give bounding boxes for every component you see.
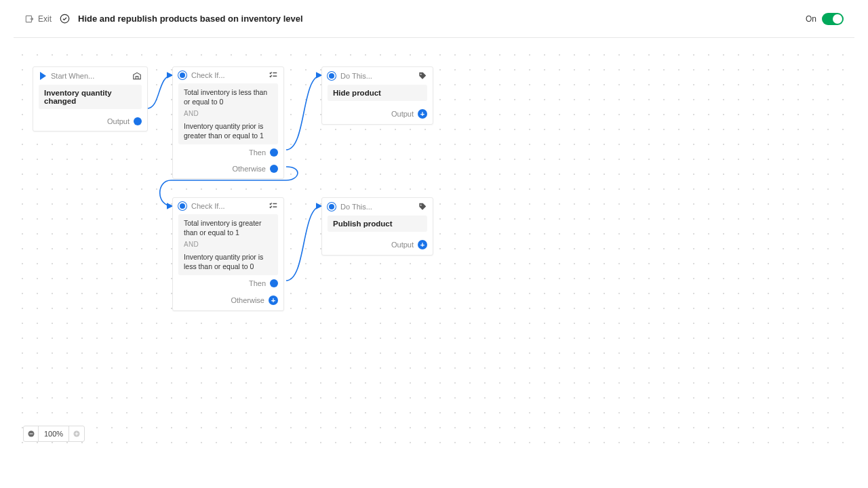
- otherwise-footer: Otherwise: [173, 162, 283, 178]
- checklist-icon: [269, 71, 278, 79]
- output-port[interactable]: [134, 117, 142, 125]
- svg-point-3: [420, 205, 422, 206]
- header: Exit Hide and republish products based o…: [0, 0, 868, 37]
- inventory-icon: [132, 71, 142, 81]
- otherwise-label: Otherwise: [232, 165, 266, 173]
- header-divider: [14, 37, 854, 38]
- zoom-controls: 100%: [23, 426, 85, 442]
- workflow-canvas[interactable]: Start When... Inventory quantity changed…: [15, 47, 853, 454]
- card-type-label: Check If...: [191, 71, 225, 79]
- otherwise-footer: Otherwise +: [173, 293, 283, 310]
- exit-icon: [24, 14, 34, 24]
- condition-box: Total inventory is greater than or equal…: [178, 214, 278, 275]
- header-left: Exit Hide and republish products based o…: [24, 14, 303, 24]
- zoom-level: 100%: [39, 426, 69, 441]
- card-type-label: Start When...: [51, 72, 94, 80]
- then-label: Then: [249, 148, 266, 157]
- action-title: Publish product: [328, 216, 427, 232]
- status-check-icon: [60, 14, 70, 24]
- otherwise-port[interactable]: [270, 165, 278, 173]
- output-label: Output: [107, 117, 130, 125]
- card-header: Start When...: [33, 67, 147, 85]
- workflow-title: Hide and republish products based on inv…: [78, 14, 303, 24]
- add-output-button[interactable]: +: [418, 240, 427, 249]
- input-port[interactable]: [328, 203, 336, 211]
- input-port[interactable]: [178, 71, 186, 79]
- check-card-1[interactable]: Check If... Total inventory is less than…: [172, 66, 284, 179]
- card-header: Check If...: [173, 67, 283, 83]
- output-label: Output: [391, 110, 414, 118]
- then-footer: Then: [173, 277, 283, 293]
- then-port[interactable]: [270, 148, 278, 157]
- exit-label: Exit: [38, 14, 52, 24]
- zoom-in-button[interactable]: [69, 426, 84, 441]
- card-footer: Output +: [322, 237, 433, 255]
- exit-button[interactable]: Exit: [24, 14, 52, 24]
- action-title: Hide product: [328, 85, 427, 101]
- card-footer: Output: [33, 115, 147, 131]
- card-type-label: Do This...: [340, 203, 372, 211]
- then-label: Then: [249, 279, 266, 287]
- card-header: Check If...: [173, 198, 283, 214]
- add-output-button[interactable]: +: [418, 109, 427, 119]
- condition-text: Total inventory is greater than or equal…: [184, 218, 273, 237]
- otherwise-label: Otherwise: [231, 296, 264, 304]
- zoom-out-button[interactable]: [24, 426, 39, 441]
- trigger-card[interactable]: Start When... Inventory quantity changed…: [33, 66, 148, 131]
- add-otherwise-button[interactable]: +: [269, 296, 278, 305]
- condition-text: Inventory quantity prior is greater than…: [184, 121, 273, 140]
- workflow-toggle[interactable]: [822, 13, 844, 25]
- svg-point-1: [60, 14, 69, 23]
- and-label: AND: [184, 240, 273, 249]
- trigger-title: Inventory quantity changed: [39, 85, 142, 109]
- header-right: On: [806, 13, 844, 25]
- checklist-icon: [269, 202, 278, 210]
- card-header: Do This...: [322, 198, 433, 216]
- input-port[interactable]: [178, 202, 186, 210]
- output-label: Output: [391, 241, 414, 249]
- tag-icon: [418, 71, 427, 81]
- input-port[interactable]: [328, 72, 336, 80]
- svg-rect-8: [77, 432, 77, 436]
- svg-rect-5: [29, 434, 33, 434]
- play-icon: [40, 72, 46, 80]
- condition-text: Total inventory is less than or equal to…: [184, 87, 273, 106]
- then-port[interactable]: [270, 279, 278, 287]
- and-label: AND: [184, 109, 273, 119]
- action-card-1[interactable]: Do This... Hide product Output +: [321, 66, 433, 125]
- condition-box: Total inventory is less than or equal to…: [178, 83, 278, 144]
- check-card-2[interactable]: Check If... Total inventory is greater t…: [172, 197, 284, 311]
- card-type-label: Do This...: [340, 72, 372, 80]
- action-card-2[interactable]: Do This... Publish product Output +: [321, 197, 433, 256]
- tag-icon: [418, 202, 427, 211]
- condition-text: Inventory quantity prior is less than or…: [184, 252, 273, 271]
- card-footer: Output +: [322, 106, 433, 124]
- svg-point-2: [420, 74, 422, 75]
- toggle-label: On: [806, 14, 816, 24]
- card-header: Do This...: [322, 67, 433, 85]
- card-type-label: Check If...: [191, 202, 225, 210]
- then-footer: Then: [173, 146, 283, 162]
